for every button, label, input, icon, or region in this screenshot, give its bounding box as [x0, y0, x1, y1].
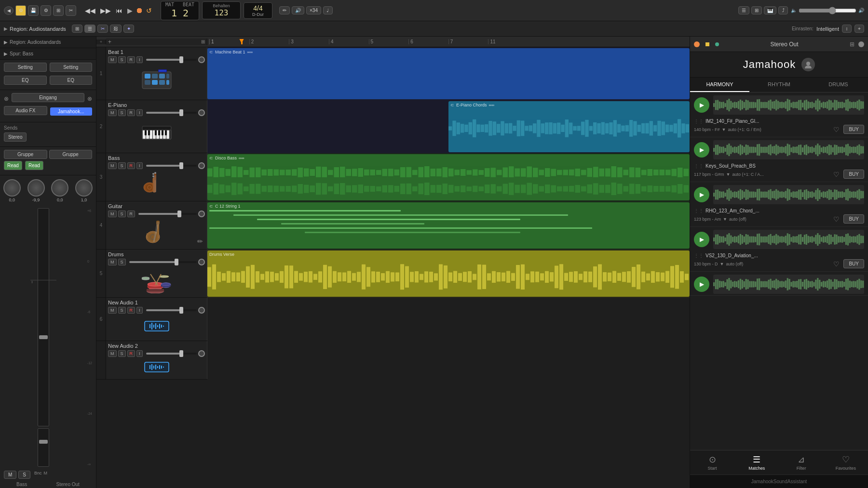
knob-3[interactable]: [51, 179, 68, 197]
na1-s-btn[interactable]: S: [118, 307, 126, 314]
epiano-instrument[interactable]: [108, 118, 205, 146]
na2-pan-knob[interactable]: [198, 350, 205, 357]
jh-dot-btn[interactable]: [858, 41, 864, 47]
guitar-instrument[interactable]: [108, 219, 205, 245]
go-start-btn[interactable]: ⏮: [114, 6, 124, 15]
fader-2[interactable]: [38, 428, 49, 467]
mode-arrow-btn[interactable]: ↕: [842, 25, 852, 33]
knob-4[interactable]: [75, 179, 93, 197]
tracks-scroll[interactable]: 1 Beat 1 M S R I: [96, 47, 690, 488]
bass-region-bottom[interactable]: [207, 177, 690, 200]
jh-tab-rhythm[interactable]: RHYTHM: [749, 78, 809, 92]
speaker-btn[interactable]: 🔊: [292, 6, 304, 14]
bass-m-btn[interactable]: M: [108, 162, 117, 169]
jh-heart-3[interactable]: ♡: [833, 215, 840, 223]
mode-plus-btn[interactable]: +: [854, 25, 864, 33]
na1-instrument[interactable]: [108, 315, 205, 337]
epiano-region[interactable]: ⊂ E-Piano Chords ∞∞: [448, 101, 690, 152]
bass-r-btn[interactable]: R: [127, 162, 136, 169]
setting-btn-1[interactable]: Setting: [4, 63, 47, 72]
jh-play-btn-1[interactable]: ▶: [694, 97, 709, 113]
grid-view-btn[interactable]: ⊞: [751, 6, 762, 14]
settings-btn[interactable]: ⚙: [41, 5, 51, 16]
beat1-region[interactable]: ⊂ Machine Beat 1 ∞∞ // Generate waveform…: [207, 48, 690, 99]
jh-buy-btn-3[interactable]: BUY: [843, 214, 864, 224]
loop-btn[interactable]: ↺: [144, 6, 154, 15]
jh-dropdown-4[interactable]: ▼: [720, 262, 724, 266]
epiano-m-btn[interactable]: M: [108, 109, 117, 116]
read-btn-1[interactable]: Read: [4, 161, 22, 170]
jh-avatar-btn[interactable]: [801, 58, 815, 71]
rewind-btn[interactable]: ◀◀: [83, 6, 97, 15]
audio-fx-btn[interactable]: Audio FX: [4, 106, 47, 115]
na2-instrument[interactable]: [108, 358, 205, 375]
guitar-s-btn[interactable]: S: [118, 211, 126, 217]
app-icon[interactable]: ⚙: [15, 5, 26, 16]
beat1-pan-knob[interactable]: [198, 56, 205, 63]
region-header[interactable]: ▶ Region: Audiostandards: [0, 37, 96, 48]
jh-expand-btn[interactable]: ⊞: [850, 41, 854, 48]
guitar-pan-knob[interactable]: [198, 211, 205, 217]
beat1-s-btn[interactable]: S: [118, 56, 126, 63]
track-regions-newaudio1[interactable]: [207, 298, 690, 341]
jh-heart-1[interactable]: ♡: [833, 126, 840, 133]
na1-m-btn[interactable]: M: [108, 307, 117, 314]
na2-m-btn[interactable]: M: [108, 350, 117, 357]
pencil-btn[interactable]: ✏: [279, 6, 290, 14]
drums-region[interactable]: Drums Verse: [207, 251, 690, 297]
gruppe-btn-2[interactable]: Gruppe: [49, 150, 93, 159]
jh-footer-matches[interactable]: ☰ Matches: [734, 450, 779, 475]
eq-btn-1[interactable]: EQ: [4, 76, 47, 85]
jh-fullscreen-btn[interactable]: [715, 42, 719, 46]
view-link-btn[interactable]: ⛓: [110, 25, 122, 33]
tune-btn[interactable]: ×34: [306, 6, 321, 14]
mixer-view-btn[interactable]: ⤴: [778, 6, 788, 14]
beat1-i-btn[interactable]: I: [136, 56, 143, 63]
epiano-r-btn[interactable]: R: [127, 109, 136, 116]
back-btn[interactable]: ◀: [4, 6, 14, 15]
na2-i-btn[interactable]: I: [136, 350, 143, 357]
view-snap-btn[interactable]: ✦: [123, 25, 134, 33]
knob-2[interactable]: [27, 179, 45, 197]
view-edit-btn[interactable]: ✂: [97, 25, 108, 33]
jh-footer-start[interactable]: ⊙ Start: [690, 450, 734, 475]
gruppe-btn-1[interactable]: Gruppe: [4, 150, 47, 159]
track-regions-newaudio2[interactable]: [207, 341, 690, 380]
jh-dropdown-3[interactable]: ▼: [723, 217, 727, 222]
view-list-btn[interactable]: ⊞: [72, 25, 82, 33]
bass-pan-knob[interactable]: [198, 162, 205, 169]
bass-i-btn[interactable]: I: [136, 162, 143, 169]
s-btn[interactable]: S: [18, 471, 30, 479]
bass-region-top[interactable]: ⊂ Disco Bass ∞∞: [207, 154, 690, 177]
jh-buy-btn-2[interactable]: BUY: [843, 170, 864, 179]
drums-instrument[interactable]: [108, 267, 205, 293]
na1-r-btn[interactable]: R: [127, 307, 136, 314]
m-btn[interactable]: M: [4, 471, 16, 479]
tc-add-btn[interactable]: +: [108, 39, 111, 45]
drums-s-btn[interactable]: S: [118, 259, 126, 265]
metronome-btn[interactable]: ♩: [323, 6, 333, 14]
read-btn-2[interactable]: Read: [25, 161, 43, 170]
jh-dropdown-1[interactable]: ▼: [722, 127, 726, 132]
jh-dropdown-2[interactable]: ▼: [726, 172, 731, 177]
region-info[interactable]: ▶ Region: Audiostandards: [4, 26, 66, 32]
jh-content[interactable]: ▶ ⋮⋮ IM2_140_F#_Piano_Gl... 140 bpm: [690, 92, 868, 450]
guitar-edit-icon[interactable]: ✏: [197, 237, 203, 245]
jh-heart-4[interactable]: ♡: [833, 260, 840, 268]
drums-pan-knob[interactable]: [198, 259, 205, 265]
eingang-btn[interactable]: Eingang: [12, 93, 84, 102]
jh-play-btn-2[interactable]: ▶: [694, 142, 709, 158]
na1-pan-knob[interactable]: [198, 307, 205, 314]
master-volume-slider[interactable]: [799, 7, 856, 14]
epiano-s-btn[interactable]: S: [118, 109, 126, 116]
bass-s-btn[interactable]: S: [118, 162, 126, 169]
eq-btn-2[interactable]: EQ: [50, 76, 93, 85]
view-arr-btn[interactable]: ☰: [84, 25, 95, 33]
spur-header[interactable]: ▶ Spur: Bass: [0, 48, 96, 60]
guitar-m-btn[interactable]: M: [108, 211, 117, 217]
jh-tab-drums[interactable]: DRUMS: [809, 78, 868, 92]
link-icon-2[interactable]: ⊗: [87, 95, 92, 102]
na2-s-btn[interactable]: S: [118, 350, 126, 357]
stereo-btn[interactable]: Stereo: [4, 132, 27, 142]
fast-forward-btn[interactable]: ▶▶: [98, 6, 113, 15]
